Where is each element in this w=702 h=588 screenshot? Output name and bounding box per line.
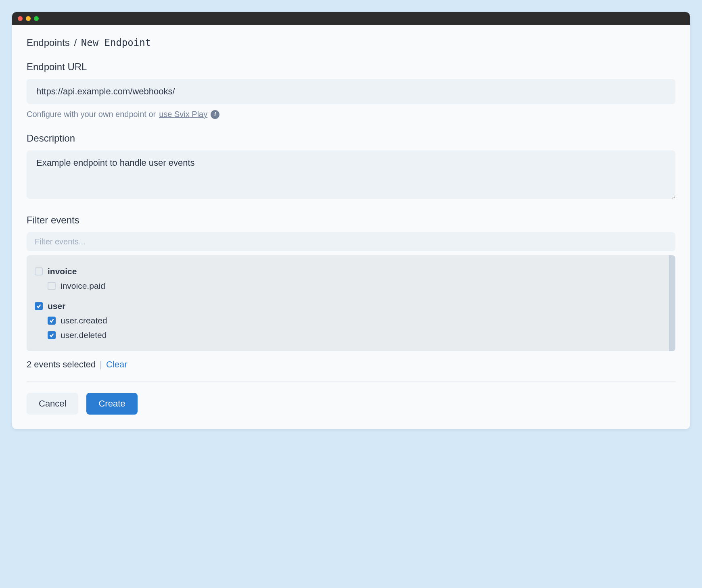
description-section: Description (27, 133, 675, 201)
event-child-user-deleted[interactable]: user.deleted (35, 328, 667, 342)
events-selected-count: 2 events selected (27, 359, 96, 370)
filter-events-input[interactable] (27, 232, 675, 251)
events-summary-row: 2 events selected | Clear (27, 359, 675, 370)
event-group-invoice: invoice invoice.paid (35, 264, 667, 293)
svix-play-link[interactable]: use Svix Play (159, 110, 207, 119)
event-child-user-created[interactable]: user.created (35, 313, 667, 328)
endpoint-url-section: Endpoint URL Configure with your own end… (27, 61, 675, 119)
breadcrumb-current: New Endpoint (81, 37, 151, 48)
description-textarea[interactable] (27, 150, 675, 199)
clear-selection-link[interactable]: Clear (106, 359, 127, 370)
cancel-button[interactable]: Cancel (27, 393, 78, 415)
window-titlebar (12, 12, 690, 25)
event-label: invoice.paid (61, 281, 105, 291)
endpoint-url-label: Endpoint URL (27, 61, 675, 73)
checkbox-user-deleted[interactable] (48, 331, 56, 339)
window-close-icon[interactable] (18, 16, 23, 21)
filter-events-label: Filter events (27, 215, 675, 226)
checkbox-invoice-paid[interactable] (48, 282, 56, 290)
event-parent-user[interactable]: user (35, 299, 667, 313)
window-maximize-icon[interactable] (34, 16, 39, 21)
event-group-user: user user.created user.deleted (35, 299, 667, 342)
create-button[interactable]: Create (86, 393, 137, 415)
breadcrumb-separator: / (74, 37, 77, 48)
event-label: user.created (61, 316, 107, 325)
info-icon[interactable]: i (211, 110, 219, 119)
endpoint-url-input[interactable] (27, 79, 675, 104)
filter-events-section: Filter events invoice invoice.paid (27, 215, 675, 370)
divider (27, 381, 675, 382)
checkbox-invoice[interactable] (35, 267, 43, 275)
checkbox-user-created[interactable] (48, 317, 56, 325)
summary-separator: | (100, 359, 102, 370)
breadcrumb: Endpoints / New Endpoint (27, 37, 675, 48)
help-text-prefix: Configure with your own endpoint or (27, 110, 156, 119)
event-label: user.deleted (61, 330, 107, 340)
window-minimize-icon[interactable] (26, 16, 31, 21)
form-actions: Cancel Create (27, 393, 675, 415)
breadcrumb-parent[interactable]: Endpoints (27, 37, 70, 48)
event-label: user (48, 301, 65, 311)
event-tree[interactable]: invoice invoice.paid user (27, 255, 675, 351)
event-parent-invoice[interactable]: invoice (35, 264, 667, 279)
app-window: Endpoints / New Endpoint Endpoint URL Co… (12, 12, 690, 429)
description-label: Description (27, 133, 675, 144)
checkbox-user[interactable] (35, 302, 43, 310)
event-label: invoice (48, 267, 77, 276)
endpoint-url-help: Configure with your own endpoint or use … (27, 110, 675, 119)
page-content: Endpoints / New Endpoint Endpoint URL Co… (12, 25, 690, 429)
event-child-invoice-paid[interactable]: invoice.paid (35, 279, 667, 293)
